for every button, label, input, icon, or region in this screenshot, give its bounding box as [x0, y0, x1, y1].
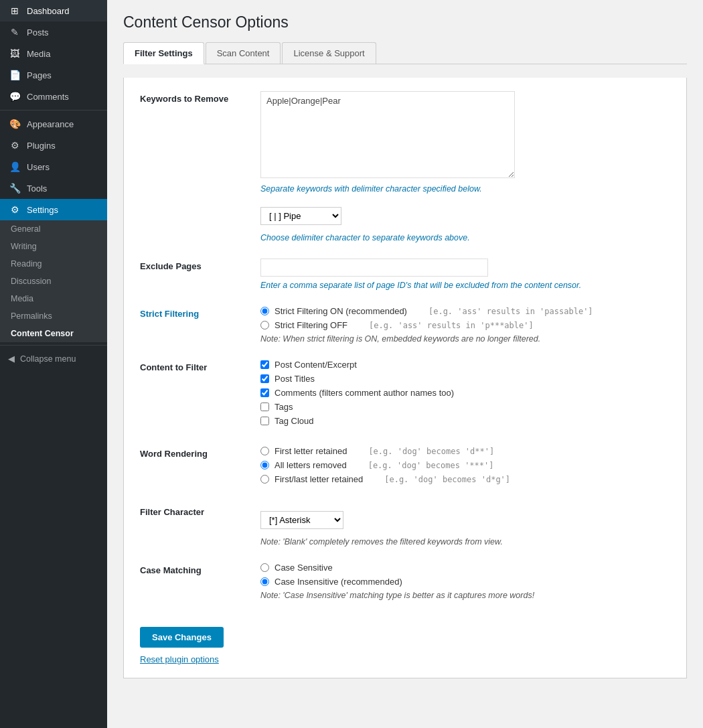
- sidebar-sub-media[interactable]: Media: [0, 290, 107, 307]
- case-insensitive-row: Case Insensitive (recommended): [260, 577, 670, 587]
- sidebar-item-appearance[interactable]: 🎨 Appearance: [0, 113, 107, 135]
- sidebar-item-comments[interactable]: 💬 Comments: [0, 86, 107, 107]
- all-letters-label: All letters removed: [275, 460, 347, 470]
- exclude-pages-hint: Enter a comma separate list of page ID's…: [260, 281, 670, 290]
- word-rendering-field: First letter retained [e.g. 'dog' become…: [260, 446, 670, 488]
- dashboard-icon: ⊞: [8, 5, 21, 16]
- strict-filtering-field: Strict Filtering ON (recommended) [e.g. …: [260, 306, 670, 344]
- sidebar-item-settings[interactable]: ⚙ Settings: [0, 199, 107, 220]
- settings-submenu: General Writing Reading Discussion Media…: [0, 220, 107, 342]
- all-letters-row: All letters removed [e.g. 'dog' becomes …: [260, 460, 670, 470]
- first-last-letter-radio[interactable]: [260, 475, 269, 484]
- sidebar-item-pages[interactable]: 📄 Pages: [0, 64, 107, 86]
- strict-note: Note: When strict filtering is ON, embed…: [260, 334, 670, 344]
- reset-link[interactable]: Reset plugin options: [140, 654, 219, 664]
- word-rendering-label: Word Rendering: [140, 446, 260, 459]
- save-button[interactable]: Save Changes: [140, 627, 224, 648]
- collapse-menu-button[interactable]: ◀ Collapse menu: [0, 348, 107, 369]
- page-title: Content Censor Options: [123, 13, 687, 31]
- case-matching-row: Case Matching Case Sensitive Case Insens…: [140, 563, 670, 600]
- content-filter-row: Content to Filter Post Content/Excerpt P…: [140, 360, 670, 430]
- exclude-pages-label: Exclude Pages: [140, 259, 260, 271]
- first-last-letter-row: First/last letter retained [e.g. 'dog' b…: [260, 474, 670, 484]
- plugins-icon: ⚙: [8, 140, 21, 151]
- sidebar-sub-writing[interactable]: Writing: [0, 238, 107, 255]
- sidebar-item-media[interactable]: 🖼 Media: [0, 43, 107, 64]
- comments-checkbox[interactable]: [260, 388, 269, 397]
- exclude-pages-input[interactable]: [260, 259, 488, 277]
- strict-on-radio[interactable]: [260, 307, 269, 315]
- first-letter-row: First letter retained [e.g. 'dog' become…: [260, 446, 670, 456]
- content-filter-field: Post Content/Excerpt Post Titles Comment…: [260, 360, 670, 430]
- strict-on-example: [e.g. 'ass' results in 'passable']: [428, 307, 593, 316]
- sidebar-sub-reading[interactable]: Reading: [0, 255, 107, 273]
- sidebar-sub-permalinks[interactable]: Permalinks: [0, 307, 107, 325]
- checkbox-tags-row: Tags: [260, 402, 670, 412]
- sidebar-item-tools[interactable]: 🔧 Tools: [0, 177, 107, 199]
- all-letters-radio[interactable]: [260, 461, 269, 469]
- sidebar-sub-general[interactable]: General: [0, 220, 107, 238]
- keywords-textarea[interactable]: Apple|Orange|Pear: [260, 91, 515, 178]
- strict-off-example: [e.g. 'ass' results in 'p***able']: [369, 321, 534, 330]
- tools-icon: 🔧: [8, 183, 21, 194]
- tab-license-support[interactable]: License & Support: [282, 42, 376, 64]
- first-letter-radio[interactable]: [260, 447, 269, 455]
- delimiter-select[interactable]: [ | ] Pipe[ , ] Comma[ ; ] Semicolon: [260, 207, 341, 225]
- case-matching-label: Case Matching: [140, 563, 260, 575]
- strict-filtering-label: Strict Filtering: [140, 306, 260, 319]
- main-content: Content Censor Options Filter Settings S…: [107, 0, 703, 728]
- strict-off-row: Strict Filtering OFF [e.g. 'ass' results…: [260, 320, 670, 330]
- case-insensitive-label: Case Insensitive (recommended): [275, 577, 402, 587]
- sidebar-item-users[interactable]: 👤 Users: [0, 156, 107, 177]
- sidebar-sub-content-censor[interactable]: Content Censor: [0, 325, 107, 342]
- filter-settings-panel: Keywords to Remove Apple|Orange|Pear Sep…: [123, 78, 687, 678]
- case-sensitive-label: Case Sensitive: [275, 563, 333, 573]
- keywords-row: Keywords to Remove Apple|Orange|Pear Sep…: [140, 91, 670, 242]
- comments-label: Comments (filters comment author names t…: [275, 388, 454, 398]
- bottom-actions: Save Changes Reset plugin options: [140, 616, 670, 664]
- sidebar-item-posts[interactable]: ✎ Posts: [0, 21, 107, 43]
- settings-icon: ⚙: [8, 204, 21, 215]
- content-filter-label: Content to Filter: [140, 360, 260, 372]
- checkbox-post-content-row: Post Content/Excerpt: [260, 360, 670, 370]
- pages-icon: 📄: [8, 70, 21, 80]
- collapse-icon: ◀: [8, 354, 15, 364]
- users-icon: 👤: [8, 161, 21, 172]
- all-letters-example: [e.g. 'dog' becomes '***']: [368, 461, 494, 470]
- tags-checkbox[interactable]: [260, 403, 269, 411]
- keywords-hint: Separate keywords with delimiter charact…: [260, 184, 670, 194]
- tab-filter-settings[interactable]: Filter Settings: [123, 42, 204, 64]
- tag-cloud-label: Tag Cloud: [275, 416, 314, 426]
- post-titles-checkbox[interactable]: [260, 374, 269, 383]
- tag-cloud-checkbox[interactable]: [260, 417, 269, 425]
- first-letter-example: [e.g. 'dog' becomes 'd**']: [368, 447, 494, 456]
- keywords-label: Keywords to Remove: [140, 91, 260, 104]
- tab-scan-content[interactable]: Scan Content: [206, 42, 281, 64]
- exclude-pages-field: Enter a comma separate list of page ID's…: [260, 259, 670, 290]
- filter-char-label: Filter Character: [140, 504, 260, 517]
- sidebar-item-dashboard[interactable]: ⊞ Dashboard: [0, 0, 107, 21]
- media-icon: 🖼: [8, 48, 21, 59]
- first-last-letter-example: [e.g. 'dog' becomes 'd*g']: [384, 475, 510, 484]
- strict-filtering-row: Strict Filtering Strict Filtering ON (re…: [140, 306, 670, 344]
- case-insensitive-radio[interactable]: [260, 577, 269, 586]
- post-content-checkbox[interactable]: [260, 360, 269, 369]
- sidebar-item-plugins[interactable]: ⚙ Plugins: [0, 135, 107, 156]
- comments-icon: 💬: [8, 91, 21, 102]
- case-sensitive-row: Case Sensitive: [260, 563, 670, 573]
- appearance-icon: 🎨: [8, 119, 21, 129]
- filter-char-note: Note: 'Blank' completely removes the fil…: [260, 537, 670, 547]
- tags-label: Tags: [275, 402, 293, 412]
- sidebar: ⊞ Dashboard ✎ Posts 🖼 Media 📄 Pages 💬 Co…: [0, 0, 107, 728]
- posts-icon: ✎: [8, 27, 21, 38]
- case-sensitive-radio[interactable]: [260, 563, 269, 572]
- post-content-label: Post Content/Excerpt: [275, 360, 357, 370]
- filter-char-row: Filter Character [*] Asterisk[#] Hash[@]…: [140, 504, 670, 547]
- strict-off-radio[interactable]: [260, 321, 269, 330]
- case-matching-field: Case Sensitive Case Insensitive (recomme…: [260, 563, 670, 600]
- strict-on-row: Strict Filtering ON (recommended) [e.g. …: [260, 306, 670, 316]
- sidebar-sub-discussion[interactable]: Discussion: [0, 273, 107, 290]
- filter-char-select[interactable]: [*] Asterisk[#] Hash[@] At[!] Exclamatio…: [260, 511, 343, 529]
- first-letter-label: First letter retained: [275, 446, 347, 456]
- strict-on-label: Strict Filtering ON (recommended): [275, 306, 407, 316]
